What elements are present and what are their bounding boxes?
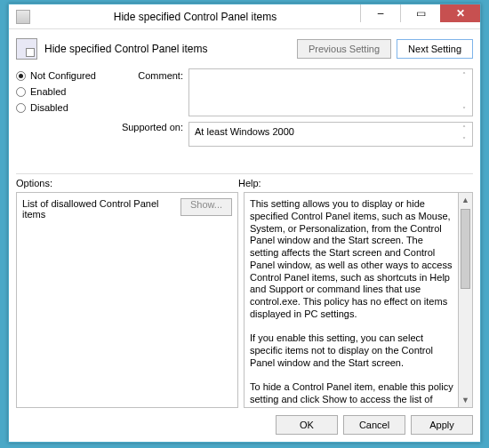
scroll-thumb[interactable] [461, 209, 470, 289]
supported-on-field: At least Windows 2000 ˄˅ [188, 122, 473, 147]
comment-label: Comment: [121, 68, 183, 116]
scroll-icon: ˄˅ [458, 124, 470, 144]
radio-icon [16, 103, 26, 113]
supported-label: Supported on: [121, 116, 183, 132]
show-button[interactable]: Show... [180, 198, 232, 216]
options-section-label: Options: [16, 178, 238, 188]
scroll-icon: ˄˅ [458, 71, 470, 114]
window-title: Hide specified Control Panel items [30, 11, 360, 23]
maximize-button[interactable]: ▭ [400, 4, 440, 22]
radio-enabled[interactable]: Enabled [16, 86, 121, 97]
cancel-button[interactable]: Cancel [343, 415, 405, 435]
radio-not-configured[interactable]: Not Configured [16, 70, 121, 81]
options-item-label: List of disallowed Control Panel items [22, 198, 175, 220]
apply-button[interactable]: Apply [411, 415, 473, 435]
options-panel: List of disallowed Control Panel items S… [16, 192, 238, 408]
radio-icon [16, 71, 26, 81]
radio-label: Not Configured [30, 70, 96, 81]
radio-disabled[interactable]: Disabled [16, 102, 121, 113]
scroll-down-icon[interactable]: ▼ [459, 393, 472, 407]
app-icon [16, 10, 30, 24]
supported-value: At least Windows 2000 [195, 126, 294, 137]
state-radio-group: Not Configured Enabled Disabled [16, 68, 121, 166]
divider [16, 173, 473, 174]
radio-label: Enabled [30, 86, 66, 97]
minimize-button[interactable]: – [360, 4, 400, 22]
scroll-up-icon[interactable]: ▲ [459, 193, 472, 207]
help-scrollbar[interactable]: ▲ ▼ [459, 192, 473, 408]
help-section-label: Help: [238, 178, 473, 188]
titlebar[interactable]: Hide specified Control Panel items – ▭ ✕ [9, 4, 480, 29]
help-text[interactable]: This setting allows you to display or hi… [244, 192, 459, 408]
scroll-track[interactable] [459, 207, 472, 393]
next-setting-button[interactable]: Next Setting [397, 39, 473, 59]
radio-label: Disabled [30, 102, 68, 113]
close-button[interactable]: ✕ [440, 4, 480, 22]
policy-editor-window: Hide specified Control Panel items – ▭ ✕… [8, 4, 481, 443]
ok-button[interactable]: OK [276, 415, 338, 435]
previous-setting-button[interactable]: Previous Setting [297, 39, 391, 59]
policy-title: Hide specified Control Panel items [44, 43, 292, 55]
policy-icon [16, 38, 37, 60]
radio-icon [16, 87, 26, 97]
comment-textarea[interactable]: ˄˅ [188, 68, 473, 116]
